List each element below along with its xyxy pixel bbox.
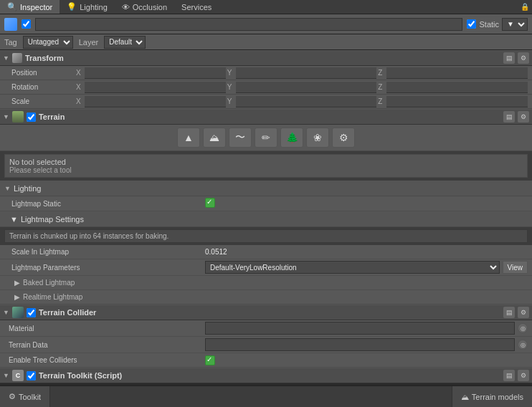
bottom-tab-terrain-models[interactable]: ⛰ Terrain models — [452, 386, 532, 407]
object-enabled-checkbox[interactable] — [22, 19, 31, 29]
static-checkbox[interactable] — [467, 19, 476, 29]
rot-y-label: Y — [227, 83, 234, 91]
enable-tree-checkbox[interactable] — [205, 355, 215, 365]
scale-z-label: Z — [378, 97, 385, 105]
object-name-field[interactable]: Terrain — [35, 18, 462, 31]
tab-lighting[interactable]: 💡 Lighting — [60, 0, 115, 14]
lightmap-static-value — [205, 198, 528, 209]
rot-z-label: Z — [378, 83, 385, 91]
layer-dropdown[interactable]: Default — [104, 36, 146, 49]
transform-content: Position X 0 Y 0 Z 0 Rotation — [0, 66, 532, 109]
occlusion-icon: 👁 — [122, 3, 130, 11]
tag-dropdown[interactable]: Untagged — [23, 36, 73, 49]
enable-tree-label: Enable Tree Colliders — [4, 356, 205, 364]
rotation-row: Rotation X 0 Y 0 Z 0 — [0, 80, 532, 95]
no-tool-box: No tool selected Please select a tool — [4, 154, 528, 178]
position-row: Position X 0 Y 0 Z 0 — [0, 66, 532, 80]
terrain-settings-tool-btn[interactable]: ⚙ — [332, 128, 355, 148]
enable-tree-row: Enable Tree Colliders — [0, 353, 532, 368]
terrain-toolkit-title: Terrain Toolkit (Script) — [39, 371, 122, 380]
lightmap-view-btn[interactable]: View — [503, 261, 528, 274]
terrain-collider-foldout[interactable]: ▼ — [3, 309, 9, 316]
rotation-y-field[interactable]: 0 — [236, 82, 377, 93]
lightmap-static-checkbox[interactable] — [205, 198, 215, 208]
terrain-foldout[interactable]: ▼ — [3, 113, 9, 120]
material-select-btn[interactable]: ◎ — [518, 323, 528, 333]
terrain-toolbar: ▲ ⛰ 〜 ✏ 🌲 ❀ ⚙ — [0, 125, 532, 151]
lighting-subsection-header: ▼ Lighting — [0, 181, 532, 196]
position-z-field[interactable]: 0 — [386, 67, 528, 79]
terrain-collider-icon — [12, 307, 24, 318]
tag-layer-row: Tag Untagged Layer Default — [0, 34, 532, 50]
tab-services[interactable]: Services — [174, 0, 219, 14]
lightmap-settings-header: ▼ Lightmap Settings — [0, 211, 532, 227]
static-dropdown[interactable]: ▼ — [502, 18, 528, 31]
paint-detail-tool-btn[interactable]: ❀ — [306, 128, 329, 148]
toolkit-settings-icon[interactable]: ⚙ — [518, 370, 529, 381]
terrain-collider-enabled-checkbox[interactable] — [27, 308, 36, 317]
terrain-toolkit-icon: C — [12, 370, 24, 381]
lightmap-settings-foldout[interactable]: ▼ — [10, 215, 18, 224]
scale-z-field[interactable]: 1 — [386, 96, 528, 107]
raise-lower-tool-btn[interactable]: ▲ — [177, 128, 200, 148]
terrain-toolkit-foldout[interactable]: ▼ — [3, 372, 9, 379]
rotation-z-field[interactable]: 0 — [386, 82, 528, 93]
lightmap-params-row: Lightmap Parameters Default-VeryLowResol… — [0, 259, 532, 276]
scale-in-lightmap-label: Scale In Lightmap — [4, 248, 205, 256]
transform-title: Transform — [25, 54, 64, 62]
paint-height-tool-btn[interactable]: ⛰ — [203, 128, 226, 148]
place-trees-tool-btn[interactable]: 🌲 — [280, 128, 303, 148]
rotation-x-field[interactable]: 0 — [85, 82, 226, 93]
terrain-data-field[interactable]: New Terrain 1 — [205, 338, 515, 351]
position-x-field[interactable]: 0 — [85, 67, 226, 79]
smooth-height-tool-btn[interactable]: 〜 — [229, 128, 252, 148]
scale-y-label: Y — [227, 97, 234, 105]
lightmap-params-label: Lightmap Parameters — [4, 264, 205, 272]
tag-label: Tag — [4, 38, 17, 47]
terrain-data-row: Terrain Data New Terrain 1 ◎ — [0, 337, 532, 353]
pos-z-label: Z — [378, 69, 385, 77]
terrain-collider-header: ▼ Terrain Collider ▤ ⚙ — [0, 305, 532, 320]
terrain-title: Terrain — [39, 112, 65, 121]
material-field[interactable]: None (Physic Material) — [205, 322, 515, 335]
transform-menu-icon[interactable]: ▤ — [503, 52, 515, 64]
rot-x-label: X — [76, 83, 83, 91]
collider-menu-icon[interactable]: ▤ — [503, 307, 515, 318]
toolkit-bottom-icon: ⚙ — [9, 392, 16, 401]
layer-label: Layer — [79, 38, 99, 47]
bottom-tab-toolkit-label: Toolkit — [19, 393, 41, 401]
toolkit-menu-icon[interactable]: ▤ — [503, 370, 515, 381]
scale-x-field[interactable]: 1 — [85, 96, 226, 107]
inspector-icon: 🔍 — [7, 2, 17, 11]
terrain-toolkit-header: ▼ C Terrain Toolkit (Script) ▤ ⚙ — [0, 368, 532, 383]
position-y-field[interactable]: 0 — [236, 67, 377, 79]
scale-label: Scale — [11, 97, 76, 105]
baked-lightmap-label: Baked Lightmap — [23, 279, 75, 287]
terrain-enabled-checkbox[interactable] — [27, 112, 36, 122]
transform-settings-icon[interactable]: ⚙ — [518, 52, 529, 64]
tab-inspector[interactable]: 🔍 Inspector — [0, 0, 60, 14]
transform-foldout[interactable]: ▼ — [3, 54, 9, 62]
scale-in-lightmap-row: Scale In Lightmap 0.0512 — [0, 245, 532, 259]
lock-icon[interactable]: 🔒 — [521, 3, 529, 11]
baked-lightmap-row[interactable]: ▶ Baked Lightmap — [0, 276, 532, 290]
terrain-menu-icon[interactable]: ▤ — [503, 111, 515, 123]
pos-y-label: Y — [227, 69, 234, 77]
paint-texture-tool-btn[interactable]: ✏ — [255, 128, 277, 148]
terrain-data-select-btn[interactable]: ◎ — [518, 340, 528, 350]
tab-occlusion[interactable]: 👁 Occlusion — [115, 0, 174, 14]
rotation-label: Rotation — [11, 83, 76, 91]
lighting-foldout[interactable]: ▼ — [4, 185, 11, 192]
bottom-tab-toolkit[interactable]: ⚙ Toolkit — [0, 386, 50, 407]
scale-y-field[interactable]: 1 — [236, 96, 377, 107]
realtime-lightmap-row[interactable]: ▶ Realtime Lightmap — [0, 290, 532, 305]
material-row: Material None (Physic Material) ◎ — [0, 320, 532, 337]
lightmap-static-row: Lightmap Static — [0, 196, 532, 211]
position-label: Position — [11, 69, 76, 77]
lightmap-info-msg: Terrain is chunked up into 64 instances … — [9, 232, 168, 240]
terrain-toolkit-enabled-checkbox[interactable] — [27, 371, 36, 380]
lightmap-settings-label: Lightmap Settings — [21, 215, 84, 224]
collider-settings-icon[interactable]: ⚙ — [518, 307, 529, 318]
terrain-settings-icon[interactable]: ⚙ — [518, 111, 529, 123]
lightmap-params-select[interactable]: Default-VeryLowResolution — [205, 261, 500, 274]
